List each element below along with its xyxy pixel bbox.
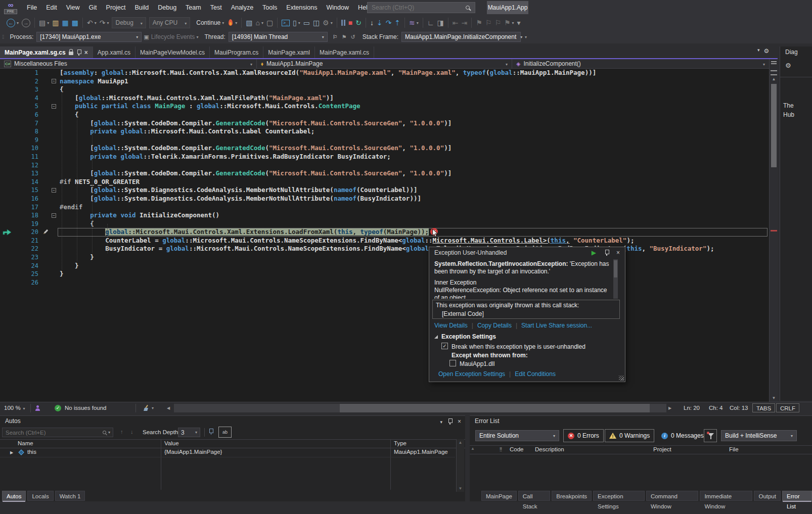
add-item-icon[interactable]: ⌂▾ (254, 17, 265, 29)
step-out-icon[interactable]: ⇡ (393, 17, 402, 29)
expander-icon[interactable] (434, 335, 438, 339)
menu-item-tools[interactable]: Tools (258, 0, 282, 15)
browser-link-icon[interactable]: ⚙▾ (321, 17, 334, 29)
error-scope-select[interactable]: Entire Solution (475, 430, 559, 441)
tab-mainpage-xaml-cs[interactable]: MainPage.xaml.cs (315, 46, 374, 58)
lifecycle-dropdown-icon[interactable]: ▾ (196, 35, 198, 39)
fold-collapse-icon[interactable] (52, 213, 56, 218)
redo-icon[interactable]: ↷▾ (98, 17, 111, 29)
search-input[interactable] (368, 4, 466, 11)
tab-list-dropdown-icon[interactable]: ▾ (757, 48, 760, 55)
link-start-live-share-session-[interactable]: Start Live Share session... (521, 322, 592, 329)
step-into-icon[interactable]: ⇣ (375, 17, 384, 29)
search-down-icon[interactable]: ↓ (130, 429, 133, 435)
panel-splitter[interactable] (465, 415, 470, 501)
tab-error-list[interactable]: Error List (782, 491, 812, 501)
scroll-up-icon[interactable]: ▲ (471, 446, 475, 451)
navigate-back-icon[interactable]: ←▾ (5, 17, 20, 29)
exception-settings-header[interactable]: Exception Settings (434, 333, 496, 340)
type-dropdown[interactable]: ⬧ MauiApp1.MainPage (257, 59, 512, 68)
tab-immediate-window[interactable]: Immediate Window (700, 491, 752, 501)
tab-call-stack[interactable]: Call Stack (518, 491, 551, 501)
hscroll-thumb[interactable] (340, 404, 650, 412)
intellitrace-icon[interactable]: ≋▾ (408, 17, 420, 29)
flag-threads-icon[interactable]: ⚑ (342, 34, 347, 40)
fold-collapse-icon[interactable] (52, 104, 56, 109)
split-window-handle[interactable] (769, 59, 778, 69)
restart-icon[interactable]: ↻ (354, 17, 363, 29)
menu-item-debug[interactable]: Debug (153, 0, 181, 15)
find-in-files-icon[interactable]: ▧ (244, 17, 254, 29)
navigate-bracket-icon[interactable]: ∟ (426, 17, 436, 29)
column-header-code[interactable]: Code (510, 446, 524, 452)
thread-select[interactable]: [14936] Main Thread (229, 32, 328, 42)
stack-frame-select[interactable]: MauiApp1.MainPage.InitializeComponent (401, 32, 521, 42)
stop-debugging-icon[interactable]: ■ (347, 17, 354, 29)
toggle-bookmark-icon[interactable]: ⚑ (474, 17, 484, 29)
autos-scrollbar[interactable]: ▲ ▼ (456, 439, 464, 492)
menu-item-team[interactable]: Team (181, 0, 206, 15)
menu-item-window[interactable]: Window (322, 0, 353, 15)
issues-status[interactable]: No issues found (65, 402, 106, 414)
tab-mainpage-xaml[interactable]: MainPage.xaml (263, 46, 315, 58)
column-header-name[interactable]: Name (18, 440, 33, 446)
running-app-title[interactable]: MauiApp1.App (487, 1, 528, 14)
scroll-up-icon[interactable]: ▲ (457, 440, 464, 445)
menu-item-analyze[interactable]: Analyze (227, 0, 258, 15)
resize-grip[interactable] (619, 376, 624, 381)
lifecycle-events-button[interactable]: Lifecycle Events (151, 33, 195, 40)
tab-mainpage-xaml-sg-cs[interactable]: MainPage.xaml.sg.cs× (0, 46, 93, 58)
quick-search[interactable] (367, 2, 475, 13)
indent-decrease-icon[interactable]: ⇤ (451, 17, 460, 29)
continue-button[interactable]: Continue▾ (192, 17, 226, 29)
tab-output[interactable]: Output (754, 491, 781, 501)
window-position-icon[interactable] (440, 418, 442, 425)
tabs-mode-toggle[interactable]: TABS (752, 403, 775, 412)
menu-item-build[interactable]: Build (130, 0, 153, 15)
save-icon[interactable]: ▦ (61, 17, 70, 29)
popup-scrollbar[interactable] (613, 259, 618, 299)
warnings-filter-toggle[interactable]: 0 Warnings (605, 429, 654, 442)
window-layout-icon[interactable]: ▢ (265, 17, 275, 29)
tab-breakpoints[interactable]: Breakpoints (552, 491, 592, 501)
diagnostics-gear-icon[interactable]: ⚙ (785, 62, 791, 69)
menu-item-edit[interactable]: Edit (41, 0, 62, 15)
tab-locals[interactable]: Locals (27, 491, 53, 501)
solution-platform-select[interactable]: Any CPU (149, 17, 190, 28)
link-copy-details[interactable]: Copy Details (477, 322, 512, 329)
fold-collapse-icon[interactable] (52, 79, 56, 83)
pin-icon[interactable] (604, 250, 609, 256)
clear-bookmarks-icon[interactable]: ⚑▾ (503, 17, 516, 29)
device-icon[interactable]: ▯▾ (291, 17, 302, 29)
scroll-down-icon[interactable]: ▼ (770, 396, 778, 400)
hscroll-right-icon[interactable]: ▶ (668, 402, 671, 414)
tab-mauiprogram-cs[interactable]: MauiProgram.cs (210, 46, 263, 58)
terminal-icon[interactable]: >_ (280, 17, 291, 29)
continue-icon[interactable]: ▶ (592, 249, 596, 256)
code-structure-icon[interactable]: ◨ (436, 17, 445, 29)
menu-item-file[interactable]: File (22, 0, 41, 15)
editor-vertical-scrollbar[interactable]: ▲ ▼ (769, 69, 778, 402)
show-raw-values-toggle[interactable]: ab (218, 427, 232, 438)
search-depth-select[interactable]: 3 (178, 428, 200, 437)
hot-reload-icon[interactable]: ▾ (226, 17, 239, 29)
member-dropdown[interactable]: ◈ InitializeComponent() (512, 59, 769, 68)
module-exclude-checkbox[interactable] (449, 360, 456, 366)
close-icon[interactable]: × (616, 250, 620, 256)
filter-button[interactable] (704, 429, 717, 442)
menu-item-test[interactable]: Test (206, 0, 227, 15)
zoom-level-select[interactable]: 100 % (4, 402, 25, 414)
tab-app-xaml-cs[interactable]: App.xaml.cs (93, 46, 136, 58)
code-editor[interactable]: 1[assembly: global::Microsoft.Maui.Contr… (0, 69, 769, 402)
open-file-icon[interactable]: ▥ (51, 17, 60, 29)
device-monitor-icon[interactable]: ◫ (311, 17, 321, 29)
tab-mainpage[interactable]: MainPage (481, 491, 517, 501)
live-share-icon[interactable] (34, 405, 41, 411)
scroll-down-icon[interactable]: ▼ (457, 486, 464, 491)
line-ending-toggle[interactable]: CRLF (776, 403, 799, 412)
scrollbar-split-handle[interactable] (771, 70, 777, 75)
scrollbar-thumb[interactable] (771, 84, 777, 167)
process-select[interactable]: [17340] MauiApp1.exe (36, 32, 142, 42)
column-header-project[interactable]: Project (653, 446, 671, 452)
code-cleanup-icon[interactable] (143, 405, 150, 411)
